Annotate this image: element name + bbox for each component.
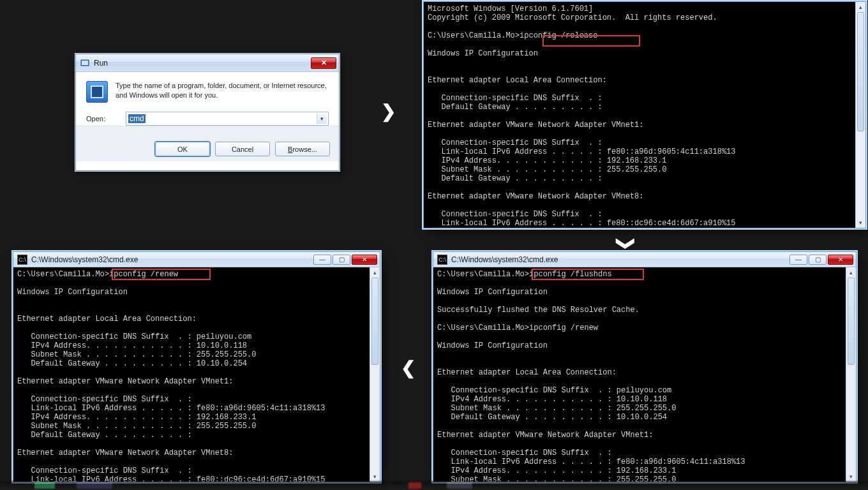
cancel-button[interactable]: Cancel <box>215 142 270 156</box>
browse-button[interactable]: Browse... <box>275 142 330 156</box>
ok-button[interactable]: OK <box>155 142 210 156</box>
cmd-window-flushdns: C:\ C:\Windows\system32\cmd.exe — ▢ ✕ C:… <box>433 251 857 482</box>
maximize-button[interactable]: ▢ <box>809 255 827 265</box>
scroll-thumb[interactable] <box>848 278 855 365</box>
command-highlight <box>542 35 640 47</box>
cmd-output-renew[interactable]: C:\Users\Camilla.Mo>ipconfig /renew Wind… <box>13 267 380 482</box>
chevron-down-icon[interactable]: ▾ <box>317 114 327 124</box>
cmd-titlebar[interactable]: C:\ C:\Windows\system32\cmd.exe — ▢ ✕ <box>433 252 856 267</box>
flow-arrow-icon: ❯ <box>616 236 637 251</box>
scroll-track[interactable] <box>370 278 380 471</box>
run-title-icon <box>80 58 90 68</box>
svg-rect-1 <box>82 61 88 65</box>
scroll-thumb[interactable] <box>371 278 378 365</box>
scroll-track[interactable] <box>846 278 856 471</box>
scrollbar[interactable]: ▴ ▾ <box>846 267 856 482</box>
run-dialog: Run ✕ Type the name of a program, folder… <box>75 54 340 171</box>
close-button[interactable]: ✕ <box>352 255 377 265</box>
open-combobox[interactable]: cmd ▾ <box>126 112 329 126</box>
run-titlebar[interactable]: Run ✕ <box>76 54 339 72</box>
scroll-up-icon[interactable]: ▴ <box>370 267 380 278</box>
scrollbar[interactable]: ▴ ▾ <box>370 267 380 482</box>
maximize-button[interactable]: ▢ <box>333 255 350 265</box>
run-description: Type the name of a program, folder, docu… <box>116 81 329 103</box>
open-value: cmd <box>128 114 146 123</box>
cmd-window-renew: C:\ C:\Windows\system32\cmd.exe — ▢ ✕ C:… <box>13 251 380 482</box>
cmd-output-flushdns[interactable]: C:\Users\Camilla.Mo>ipconfig /flushdns W… <box>433 267 856 482</box>
command-highlight <box>112 269 211 280</box>
open-label: Open: <box>86 115 118 122</box>
scroll-up-icon[interactable]: ▴ <box>846 267 856 278</box>
run-program-icon <box>86 81 108 103</box>
cmd-title: C:\Windows\system32\cmd.exe <box>451 255 558 264</box>
close-button[interactable]: ✕ <box>311 57 336 69</box>
minimize-button[interactable]: — <box>789 255 807 265</box>
run-title: Run <box>94 59 108 68</box>
cmd-icon: C:\ <box>17 255 27 265</box>
scroll-up-icon[interactable]: ▴ <box>856 2 865 12</box>
scrollbar[interactable]: ▴ ▾ <box>855 2 865 228</box>
scroll-down-icon[interactable]: ▾ <box>370 471 380 482</box>
flow-arrow-icon: ❯ <box>381 101 396 122</box>
cmd-output-release[interactable]: Microsoft Windows [Version 6.1.7601] Cop… <box>424 2 865 228</box>
cmd-icon: C:\ <box>437 255 447 265</box>
cmd-titlebar[interactable]: C:\ C:\Windows\system32\cmd.exe — ▢ ✕ <box>13 252 380 267</box>
command-highlight <box>532 269 644 280</box>
cmd-window-release: Microsoft Windows [Version 6.1.7601] Cop… <box>423 1 866 228</box>
cmd-title: C:\Windows\system32\cmd.exe <box>31 255 138 264</box>
minimize-button[interactable]: — <box>313 255 331 265</box>
scroll-track[interactable] <box>856 12 865 218</box>
scroll-down-icon[interactable]: ▾ <box>846 471 856 482</box>
scroll-thumb[interactable] <box>857 12 864 131</box>
scroll-down-icon[interactable]: ▾ <box>856 218 865 228</box>
flow-arrow-icon: ❮ <box>401 357 415 378</box>
close-button[interactable]: ✕ <box>828 255 853 265</box>
taskbar-blur <box>0 481 868 490</box>
